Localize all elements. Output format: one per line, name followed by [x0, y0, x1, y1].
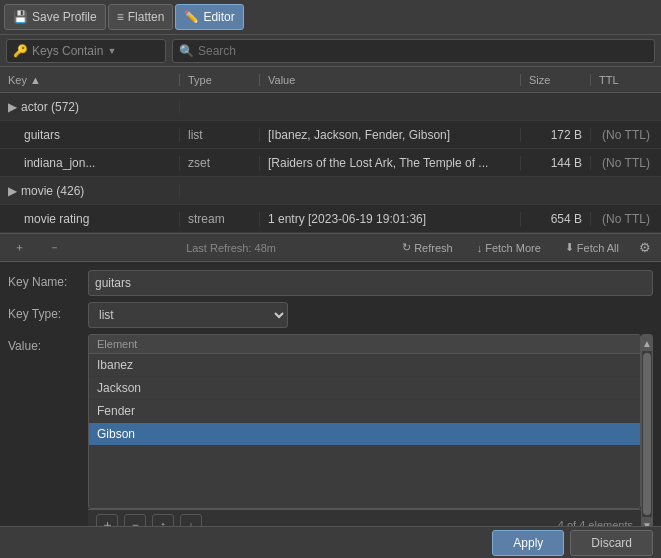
editor-icon: ✏️ [184, 10, 199, 24]
key-cell: ▶ actor (572) [0, 100, 180, 114]
fetch-all-button[interactable]: ⬇ Fetch All [557, 239, 627, 256]
col-size: Size [521, 74, 591, 86]
key-name-label: Key Name: [8, 270, 88, 289]
value-list: Element Ibanez Jackson Fender Gibson [88, 334, 641, 509]
table-row[interactable]: indiana_jon... zset [Raiders of the Lost… [0, 149, 661, 177]
type-cell: list [180, 128, 260, 142]
flatten-icon: ≡ [117, 10, 124, 24]
keys-contain-label: Keys Contain [32, 44, 103, 58]
key-cell: ▶ movie (426) [0, 184, 180, 198]
fetch-more-icon: ↓ [477, 242, 483, 254]
apply-button[interactable]: Apply [492, 530, 564, 556]
table-row[interactable]: ▶ movie (426) [0, 177, 661, 205]
editor-panel: Key Name: Key Type: list string hash set… [0, 261, 661, 558]
ttl-cell: (No TTL) [591, 212, 661, 226]
main-toolbar: 💾 Save Profile ≡ Flatten ✏️ Editor [0, 0, 661, 35]
chevron-down-icon: ▼ [107, 46, 116, 56]
keys-table: Key ▲ Type Value Size TTL ▶ actor (572) … [0, 67, 661, 233]
value-cell: 1 entry [2023-06-19 19:01:36] [260, 212, 521, 226]
save-profile-button[interactable]: 💾 Save Profile [4, 4, 106, 30]
type-cell: stream [180, 212, 260, 226]
editor-label: Editor [203, 10, 234, 24]
sort-icon: ▲ [30, 74, 41, 86]
flatten-label: Flatten [128, 10, 165, 24]
discard-button[interactable]: Discard [570, 530, 653, 556]
key-type-select[interactable]: list string hash set zset stream [88, 302, 288, 328]
table-header: Key ▲ Type Value Size TTL [0, 67, 661, 93]
search-icon: 🔍 [179, 44, 194, 58]
expand-icon[interactable]: ▶ [8, 184, 17, 198]
key-type-label: Key Type: [8, 302, 88, 321]
editor-button[interactable]: ✏️ Editor [175, 4, 243, 30]
key-cell: movie rating [0, 212, 180, 226]
size-cell: 172 B [521, 128, 591, 142]
col-type: Type [180, 74, 260, 86]
list-item-selected[interactable]: Gibson [89, 423, 640, 446]
refresh-button[interactable]: ↻ Refresh [394, 239, 461, 256]
scrollbar[interactable]: ▲ ▼ [641, 334, 653, 534]
size-cell: 654 B [521, 212, 591, 226]
value-section: Value: Element Ibanez Jackson Fender Gib… [0, 334, 661, 540]
expand-icon[interactable]: ▶ [8, 100, 17, 114]
value-cell: [Ibanez, Jackson, Fender, Gibson] [260, 128, 521, 142]
table-row[interactable]: guitars list [Ibanez, Jackson, Fender, G… [0, 121, 661, 149]
fetch-all-icon: ⬇ [565, 241, 574, 254]
save-icon: 💾 [13, 10, 28, 24]
gear-icon: ⚙ [639, 240, 651, 255]
col-value: Value [260, 74, 521, 86]
last-refresh-label: Last Refresh: 48m [76, 242, 386, 254]
size-cell: 144 B [521, 156, 591, 170]
list-header: Element [89, 335, 640, 354]
save-profile-label: Save Profile [32, 10, 97, 24]
keys-contain-selector[interactable]: 🔑 Keys Contain ▼ [6, 39, 166, 63]
search-input-wrap: 🔍 [172, 39, 655, 63]
remove-key-button[interactable]: － [41, 238, 68, 257]
list-item[interactable]: Jackson [89, 377, 640, 400]
key-type-row: Key Type: list string hash set zset stre… [0, 302, 661, 328]
search-bar: 🔑 Keys Contain ▼ 🔍 [0, 35, 661, 67]
list-item[interactable]: Ibanez [89, 354, 640, 377]
ttl-cell: (No TTL) [591, 128, 661, 142]
add-key-button[interactable]: ＋ [6, 238, 33, 257]
type-cell: zset [180, 156, 260, 170]
settings-button[interactable]: ⚙ [635, 238, 655, 257]
flatten-button[interactable]: ≡ Flatten [108, 4, 174, 30]
scroll-up-button[interactable]: ▲ [642, 335, 652, 351]
col-ttl: TTL [591, 74, 661, 86]
key-name-input[interactable] [88, 270, 653, 296]
scrollbar-thumb[interactable] [643, 353, 651, 515]
table-footer: ＋ － Last Refresh: 48m ↻ Refresh ↓ Fetch … [0, 233, 661, 261]
table-row[interactable]: movie rating stream 1 entry [2023-06-19 … [0, 205, 661, 233]
fetch-more-button[interactable]: ↓ Fetch More [469, 240, 549, 256]
key-cell: indiana_jon... [0, 156, 180, 170]
action-bar: Apply Discard [0, 526, 661, 558]
table-row[interactable]: ▶ actor (572) [0, 93, 661, 121]
key-cell: guitars [0, 128, 180, 142]
col-key: Key ▲ [0, 74, 180, 86]
keys-contain-icon: 🔑 [13, 44, 28, 58]
refresh-icon: ↻ [402, 241, 411, 254]
value-cell: [Raiders of the Lost Ark, The Temple of … [260, 156, 521, 170]
ttl-cell: (No TTL) [591, 156, 661, 170]
value-label: Value: [8, 334, 88, 540]
search-input[interactable] [198, 44, 648, 58]
key-name-row: Key Name: [0, 270, 661, 296]
list-item[interactable]: Fender [89, 400, 640, 423]
